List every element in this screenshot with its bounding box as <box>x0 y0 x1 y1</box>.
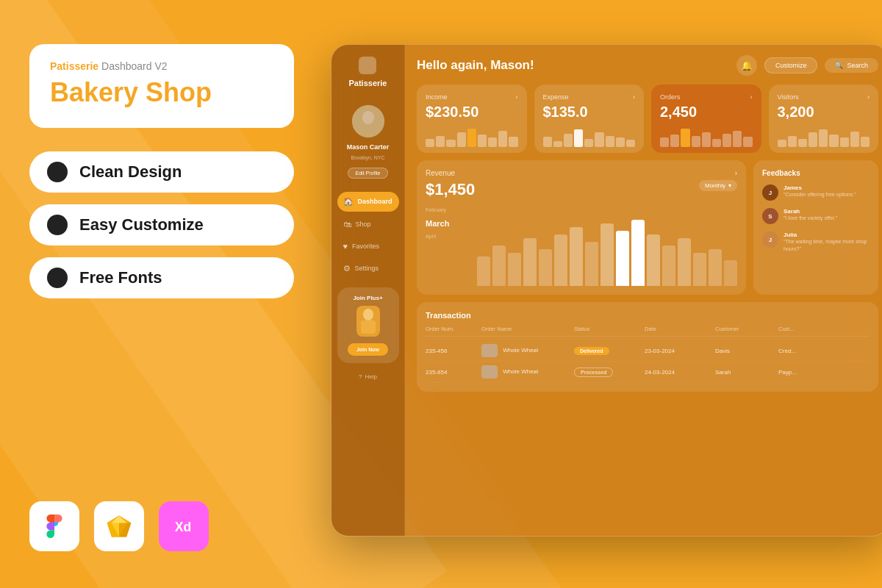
tool-icons: Xd <box>29 501 209 551</box>
dashboard-header: Hello again, Mason! 🔔 Customize 🔍 Search <box>417 55 878 76</box>
subtitle-rest: Dashboard V2 <box>101 60 168 72</box>
income-value: $230.50 <box>426 104 518 121</box>
settings-icon: ⚙ <box>343 264 351 273</box>
feature-dot <box>47 215 68 235</box>
status-1: Delivered <box>574 347 640 355</box>
feature-label: Easy Customize <box>79 215 204 234</box>
xd-icon: Xd <box>159 501 209 551</box>
order-num-1: 235-456 <box>426 348 477 354</box>
monthly-select[interactable]: Monthly ▾ <box>699 180 737 191</box>
expense-label: Expense › <box>543 93 636 101</box>
customer-1: Davis <box>715 348 774 354</box>
orders-value: 2,450 <box>660 104 753 121</box>
svg-point-9 <box>362 111 374 124</box>
feature-easy-customize: Easy Customize <box>29 204 294 245</box>
expense-chart <box>543 126 636 147</box>
col-status: Status <box>574 326 640 332</box>
income-card: Income › $230.50 <box>417 85 527 153</box>
nav-label: Favorites <box>352 243 379 250</box>
shop-icon: 🛍 <box>343 220 351 229</box>
revenue-card: Revenue › $1,450 Monthly ▾ February Marc… <box>417 160 746 295</box>
income-label: Income › <box>426 93 518 101</box>
user-avatar <box>352 105 384 137</box>
user-location: Brooklyn, NYC <box>351 155 385 160</box>
feature-clean-design: Clean Design <box>29 151 294 193</box>
edit-profile-button[interactable]: Edit Profile <box>348 168 389 179</box>
question-icon: ? <box>359 373 362 380</box>
feedbacks-card: Feedbacks J James "Consider offering fre… <box>753 160 878 295</box>
nav-label: Dashboard <box>358 198 392 205</box>
main-content: Hello again, Mason! 🔔 Customize 🔍 Search… <box>405 45 882 536</box>
status-badge-processed: Processed <box>574 368 613 377</box>
search-bar[interactable]: 🔍 Search <box>825 58 878 73</box>
visitors-value: 3,200 <box>778 104 870 121</box>
feature-free-fonts: Free Fonts <box>29 257 294 298</box>
status-2: Processed <box>574 368 640 377</box>
greeting-text: Hello again, Mason! <box>417 58 729 73</box>
revenue-arrow: › <box>735 169 737 177</box>
feedback-item-sarah: S Sarah "I love the variety offer." <box>762 208 870 224</box>
col-customer: Customer <box>715 326 774 332</box>
feature-label: Free Fonts <box>79 268 162 287</box>
nav-shop[interactable]: 🛍 Shop <box>337 215 399 234</box>
join-plus-box: Join Plus+ Join Now <box>337 287 399 363</box>
sarah-name: Sarah <box>784 208 837 215</box>
feb-label: February <box>426 205 449 215</box>
julia-text: "The waiting time, maybe more shop hours… <box>784 238 870 253</box>
sidebar-logo: Patisserie <box>349 57 387 87</box>
payment-2: Payp... <box>778 369 830 376</box>
order-name-1: Whole Wheat <box>481 344 570 357</box>
svg-point-11 <box>363 309 373 320</box>
james-text: "Consider offering free options." <box>784 191 856 198</box>
nav-favorites[interactable]: ♥ Favorites <box>337 237 399 256</box>
col-date: Date <box>645 326 711 332</box>
payment-1: Cred... <box>778 348 830 354</box>
april-label: April <box>426 232 449 242</box>
march-label: March <box>426 215 449 232</box>
product-image-1 <box>481 344 498 357</box>
revenue-header: Revenue › <box>426 169 737 177</box>
feedbacks-title: Feedbacks <box>762 169 870 177</box>
table-row: 235-456 Whole Wheat Delivered 23-03-2024… <box>426 340 870 362</box>
feedback-item-julia: J Julia "The waiting time, maybe more sh… <box>762 232 870 253</box>
nav-dashboard[interactable]: 🏠 Dashboard <box>337 192 399 212</box>
orders-chart <box>660 126 753 147</box>
search-icon: 🔍 <box>835 62 843 69</box>
customize-button[interactable]: Customize <box>764 57 818 74</box>
title-card: Patisserie Dashboard V2 Bakery Shop <box>29 44 294 128</box>
help-link[interactable]: ? Help <box>359 373 377 380</box>
sarah-text: "I love the variety offer." <box>784 215 837 222</box>
svg-rect-12 <box>361 320 376 334</box>
user-name: Mason Carter <box>347 143 390 152</box>
col-order-num: Order Num. <box>426 326 477 332</box>
join-now-button[interactable]: Join Now <box>348 343 388 356</box>
revenue-title: Revenue <box>426 169 455 177</box>
search-placeholder: Search <box>847 62 868 69</box>
nav-label: Shop <box>356 220 371 228</box>
order-num-2: 235-654 <box>426 369 477 376</box>
order-name-2: Whole Wheat <box>481 365 570 379</box>
join-plus-title: Join Plus+ <box>343 295 393 301</box>
main-title: Bakery Shop <box>50 78 273 107</box>
sidebar: Patisserie Mason Carter Brooklyn, NYC Ed… <box>331 45 405 536</box>
left-panel: Patisserie Dashboard V2 Bakery Shop Clea… <box>29 44 294 310</box>
orders-label: Orders › <box>660 93 753 101</box>
customer-2: Sarah <box>715 369 774 376</box>
product-image-2 <box>481 365 498 379</box>
date-1: 23-03-2024 <box>645 348 711 354</box>
transaction-title: Transaction <box>426 311 870 320</box>
stats-row: Income › $230.50 Expens <box>417 85 878 153</box>
middle-section: Revenue › $1,450 Monthly ▾ February Marc… <box>417 160 878 295</box>
nav-settings[interactable]: ⚙ Settings <box>337 259 399 279</box>
sketch-icon <box>94 501 144 551</box>
logo-text: Patisserie <box>349 79 387 87</box>
julia-avatar: J <box>762 232 778 248</box>
col-order-name: Order Name <box>481 326 570 332</box>
notification-bell[interactable]: 🔔 <box>736 55 757 76</box>
help-label: Help <box>365 373 377 380</box>
visitors-card: Visitors › 3,200 <box>769 85 879 153</box>
revenue-value: $1,450 <box>426 180 475 199</box>
feature-dot <box>47 162 68 182</box>
income-chart <box>426 126 518 147</box>
table-row: 235-654 Whole Wheat Processed 24-03-2024… <box>426 362 870 383</box>
